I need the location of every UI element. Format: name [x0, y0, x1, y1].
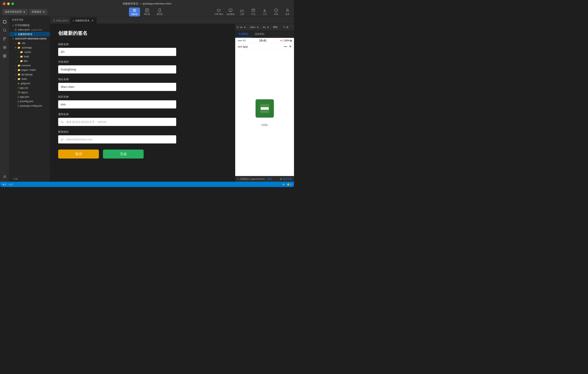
tab-close-icon[interactable]: ✕	[91, 19, 94, 22]
json-file-icon: {}	[18, 104, 19, 107]
debugger-tab-button[interactable]: 调试器	[142, 8, 153, 16]
tree-qa-typings-folder[interactable]: › 📁 qa-typings	[9, 72, 50, 77]
tree-common-folder[interactable]: › 📁 common	[9, 63, 50, 68]
qxml-icon: Q	[53, 20, 55, 22]
cloud-button[interactable]: 云测	[238, 8, 246, 16]
tree-gitignore-file[interactable]: ◈ .gitignore	[9, 81, 50, 86]
tree-quickapp-config-file[interactable]: {} quickapp.config.json	[9, 104, 50, 108]
maximize-button[interactable]	[11, 2, 14, 5]
folder-icon: 📁	[18, 69, 21, 71]
notification-badge[interactable]: 🔔 1	[287, 183, 292, 186]
preview-settings-button[interactable]: 预览设置	[283, 177, 292, 181]
error-count: ⊗ 2	[280, 40, 284, 42]
chevron-down-icon: ▾	[14, 46, 17, 49]
tree-static-folder[interactable]: › 📁 static	[9, 77, 50, 81]
activity-account[interactable]	[1, 173, 8, 180]
activity-extensions[interactable]	[1, 53, 8, 59]
compile-mode-dropdown[interactable]: 普通编译 ▼	[29, 9, 47, 15]
open-editor-signature[interactable]: ≡ 创建新的签名	[9, 32, 50, 36]
window-controls[interactable]	[3, 2, 14, 5]
tree-appcss-file[interactable]: # app.css	[9, 86, 50, 90]
form-group-email: 邮箱地址	[58, 130, 227, 143]
remote-preview-button[interactable]: 远程预览	[226, 8, 235, 16]
form-actions: 取消 完成	[58, 150, 227, 159]
folder-icon: 📁	[18, 77, 21, 80]
close-app-icon[interactable]: ✕	[289, 44, 292, 48]
activity-search[interactable]	[1, 27, 8, 34]
tree-dist-folder[interactable]: › 📁 dist	[9, 59, 50, 63]
more-options-icon[interactable]: •••	[284, 45, 287, 48]
simulator-tab-button[interactable]: 模拟器	[154, 8, 165, 16]
tree-appjson-file[interactable]: {} app.json	[9, 95, 50, 99]
tree-ide-folder[interactable]: › 📁 .ide	[9, 41, 50, 45]
email-input[interactable]	[58, 135, 176, 143]
app-hello-text: Hello	[262, 123, 268, 127]
chevron-down-icon: ▼	[23, 11, 25, 13]
status-bar-right: ✉ 🔔 1	[283, 183, 292, 186]
activity-explorer[interactable]	[1, 18, 8, 25]
svg-point-16	[287, 9, 288, 11]
folder-icon: 📁	[20, 60, 23, 63]
activity-debug[interactable]	[1, 44, 8, 51]
country-input[interactable]	[58, 48, 176, 56]
login-button[interactable]: 登录	[284, 8, 292, 16]
chevron-right-icon: ›	[17, 51, 19, 53]
phone-icon[interactable]: 📱	[290, 26, 292, 29]
package-button[interactable]: 打包	[249, 8, 257, 16]
json-file-icon: {}	[18, 100, 19, 103]
minimize-button[interactable]	[7, 2, 10, 5]
tree-jsconfig-file[interactable]: {} jsconfig.json	[9, 99, 50, 104]
chevron-right-icon: ›	[14, 73, 17, 76]
tree-quickapp-folder[interactable]: ▾ 📂 .quickapp	[9, 45, 50, 50]
state-input[interactable]	[58, 65, 176, 74]
top-toolbar: 选择关联快应用 ▼ 普通编译 ▼ 编辑器 调试器 模拟器 USB 调试 远程预览	[0, 7, 294, 17]
outline-section[interactable]: › 大纲	[9, 176, 50, 182]
activity-bar	[0, 17, 9, 182]
upload-button[interactable]: 上传	[261, 8, 269, 16]
folder-open-icon: 📂	[18, 46, 21, 49]
tree-pages-folder[interactable]: › 📁 pages / index	[9, 68, 50, 72]
sidebar-header: 资源管理器	[9, 17, 50, 23]
network-expand-icon[interactable]: ▼	[267, 26, 269, 29]
refresh-icon[interactable]: ↻	[284, 26, 285, 29]
common-input[interactable]	[58, 118, 176, 126]
chevron-down-icon: ▾	[12, 37, 14, 40]
open-editor-index-qxml[interactable]: Q index.qxml pages/index	[9, 27, 50, 32]
open-editors-section[interactable]: ▾ 打开的编辑器	[9, 23, 50, 27]
tab-index-qxml[interactable]: Q index.qxml	[51, 18, 70, 24]
tree-build-folder[interactable]: › 📁 build	[9, 54, 50, 59]
usb-debug-button[interactable]: USB 调试	[214, 8, 223, 16]
network-select[interactable]: 3G	[263, 26, 266, 29]
grid-icon[interactable]: ⊞	[286, 26, 288, 29]
form-group-state: 州或省份	[58, 60, 227, 74]
state-label: 州或省份	[58, 60, 227, 64]
svg-point-21	[3, 40, 4, 40]
time-expand-icon[interactable]: ▼	[244, 26, 246, 29]
tree-cache-folder[interactable]: › 📁 .cache	[9, 50, 50, 54]
activity-git[interactable]	[1, 35, 8, 42]
local-preview-tab[interactable]: 本地预览	[235, 31, 252, 38]
email-label: 邮箱地址	[58, 130, 227, 134]
project-root[interactable]: ▾ QUICKAPP-WEBVIEW-UNION	[9, 36, 50, 41]
battery-status: ⊗ 2 100% ▮	[280, 39, 292, 42]
chevron-right-icon: ›	[17, 60, 19, 62]
zoom-expand-icon[interactable]: ▼	[257, 26, 259, 29]
app-select-dropdown[interactable]: 选择关联快应用 ▼	[2, 9, 28, 15]
tab-signature[interactable]: ≡ 创建新的签名 ✕	[70, 18, 97, 24]
detail-button[interactable]: 详情	[272, 8, 280, 16]
tree-appjs-file[interactable]: JS app.js	[9, 90, 50, 95]
mail-icon[interactable]: ✉	[283, 183, 284, 186]
folder-icon: 📁	[18, 64, 21, 67]
org-input[interactable]	[58, 100, 176, 108]
cancel-button[interactable]: 取消	[58, 150, 99, 159]
complete-button[interactable]: 完成	[103, 150, 144, 159]
editor-tab-button[interactable]: 编辑器	[129, 8, 140, 16]
close-button[interactable]	[3, 2, 5, 5]
chevron-right-icon: ›	[14, 78, 17, 80]
city-input[interactable]	[58, 83, 176, 91]
copy-button[interactable]: 复制	[267, 177, 272, 181]
simulate-btn[interactable]: 模拟	[273, 26, 278, 29]
folder-icon: 📁	[20, 55, 23, 58]
remote-device-tab[interactable]: 远程真机	[252, 31, 268, 38]
time-display: 9 : 16	[237, 26, 242, 29]
